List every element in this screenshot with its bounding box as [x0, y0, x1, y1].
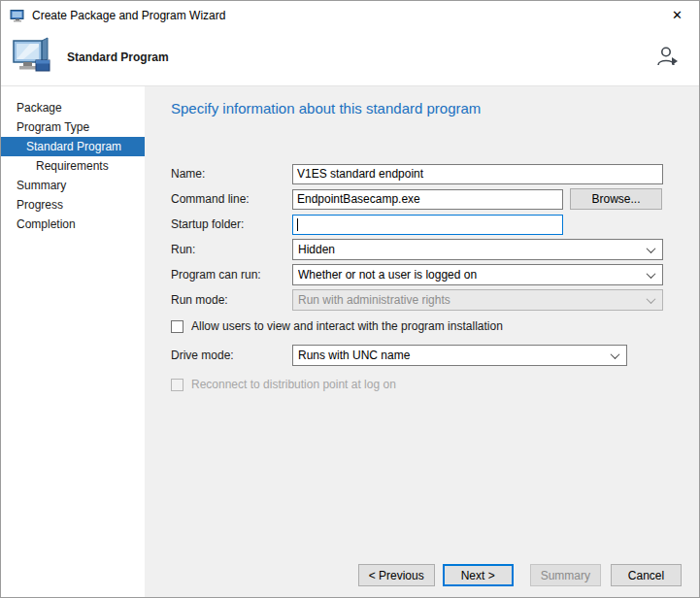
sidebar-item-requirements[interactable]: Requirements	[1, 156, 145, 176]
wizard-window: Create Package and Program Wizard ✕ Stan…	[0, 0, 700, 598]
run-label: Run:	[171, 243, 292, 256]
chevron-down-icon	[647, 244, 656, 253]
sidebar-item-package[interactable]: Package	[1, 98, 145, 117]
chevron-down-icon	[647, 269, 656, 279]
sidebar-item-label: Program Type	[17, 120, 89, 134]
text-caret	[297, 218, 298, 231]
program-can-run-label: Program can run:	[171, 268, 292, 282]
drive-mode-dropdown[interactable]: Runs with UNC name	[292, 345, 627, 366]
reconnect-row: Reconnect to distribution point at log o…	[171, 378, 699, 391]
drive-mode-label: Drive mode:	[171, 349, 292, 362]
drive-mode-row: Drive mode: Runs with UNC name	[171, 345, 699, 366]
window-title: Create Package and Program Wizard	[32, 9, 225, 22]
sidebar-item-progress[interactable]: Progress	[1, 195, 145, 215]
page-title: Specify information about this standard …	[171, 100, 699, 116]
reconnect-label: Reconnect to distribution point at log o…	[191, 378, 396, 391]
command-line-row: Command line: Browse...	[171, 188, 699, 210]
previous-button[interactable]: < Previous	[358, 564, 435, 586]
sidebar-item-label: Standard Program	[26, 140, 121, 153]
app-icon	[10, 8, 25, 23]
browse-button[interactable]: Browse...	[570, 188, 662, 210]
drive-mode-dropdown-value: Runs with UNC name	[298, 349, 612, 362]
name-label: Name:	[171, 167, 292, 181]
program-can-run-dropdown[interactable]: Whether or not a user is logged on	[292, 264, 663, 285]
startup-folder-label: Startup folder:	[171, 217, 292, 231]
chevron-down-icon	[647, 294, 656, 304]
run-mode-dropdown: Run with administrative rights	[292, 289, 663, 311]
wizard-main-panel: Specify information about this standard …	[145, 86, 699, 597]
wizard-page-label: Standard Program	[67, 50, 169, 64]
sidebar-item-label: Progress	[17, 198, 63, 212]
summary-button: Summary	[530, 564, 601, 586]
reconnect-checkbox	[171, 379, 183, 391]
allow-interact-label: Allow users to view and interact with th…	[191, 319, 503, 333]
program-can-run-row: Program can run: Whether or not a user i…	[171, 264, 699, 285]
sidebar-item-summary[interactable]: Summary	[1, 176, 145, 195]
wizard-body: Package Program Type Standard Program Re…	[1, 86, 699, 597]
command-line-input[interactable]	[292, 189, 563, 210]
sidebar-item-label: Package	[17, 101, 62, 115]
run-dropdown-value: Hidden	[298, 243, 648, 256]
run-mode-dropdown-value: Run with administrative rights	[298, 293, 648, 307]
startup-folder-row: Startup folder:	[171, 214, 699, 235]
cancel-button[interactable]: Cancel	[611, 564, 682, 586]
wizard-steps-sidebar: Package Program Type Standard Program Re…	[1, 86, 145, 597]
startup-folder-input[interactable]	[292, 215, 563, 235]
sidebar-item-label: Completion	[17, 217, 76, 231]
sidebar-item-label: Requirements	[36, 159, 109, 173]
command-line-label: Command line:	[171, 192, 292, 206]
name-input[interactable]	[292, 164, 663, 184]
sidebar-item-label: Summary	[17, 179, 66, 192]
run-row: Run: Hidden	[171, 239, 699, 260]
user-arrow-icon	[654, 45, 680, 70]
allow-interact-checkbox[interactable]	[171, 320, 183, 333]
sidebar-item-completion[interactable]: Completion	[1, 215, 145, 234]
name-row: Name:	[171, 163, 699, 184]
wizard-footer: < Previous Next > Summary Cancel	[350, 564, 682, 586]
title-bar: Create Package and Program Wizard ✕	[1, 1, 699, 29]
next-button[interactable]: Next >	[443, 564, 514, 586]
chevron-down-icon	[611, 349, 620, 359]
computer-package-icon	[11, 37, 55, 78]
run-dropdown[interactable]: Hidden	[292, 239, 663, 260]
close-button[interactable]: ✕	[655, 1, 699, 29]
sidebar-item-standard-program[interactable]: Standard Program	[1, 137, 145, 156]
sidebar-item-program-type[interactable]: Program Type	[1, 117, 145, 137]
allow-interact-row: Allow users to view and interact with th…	[171, 319, 699, 333]
run-mode-row: Run mode: Run with administrative rights	[171, 289, 699, 311]
program-can-run-dropdown-value: Whether or not a user is logged on	[298, 268, 648, 282]
run-mode-label: Run mode:	[171, 293, 292, 307]
wizard-header: Standard Program	[1, 29, 699, 86]
